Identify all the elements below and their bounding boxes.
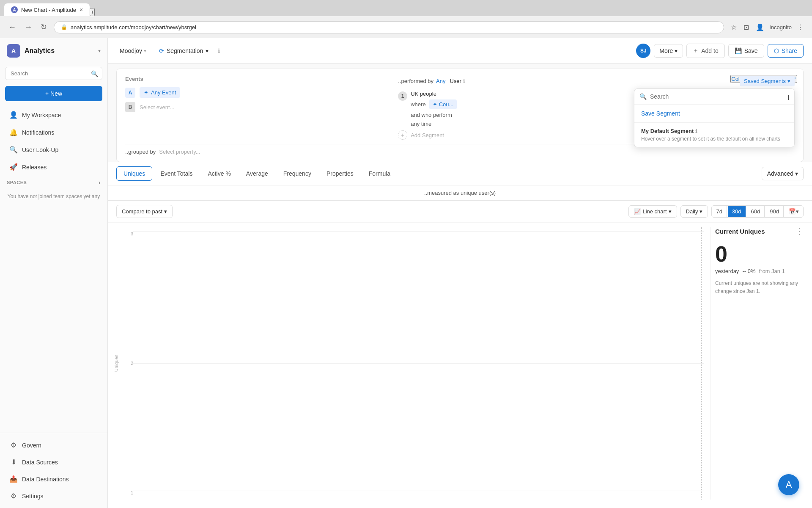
save-icon: 💾 (735, 47, 742, 54)
date-range: 7d 30d 60d 90d 📅▾ (711, 205, 804, 218)
bookmark-btn[interactable]: ☆ (729, 22, 738, 33)
more-btn[interactable]: More ▾ (654, 44, 683, 58)
save-segment-btn[interactable]: Save Segment (641, 110, 680, 117)
any-time-row: any time (411, 121, 457, 127)
tab-frequency[interactable]: Frequency (276, 166, 318, 181)
interval-btn[interactable]: Daily ▾ (680, 205, 708, 218)
sidebar-item-settings[interactable]: ⚙ Settings (3, 488, 105, 504)
share-btn[interactable]: ⬡ Share (768, 44, 804, 58)
stats-from: from Jan 1 (759, 268, 785, 274)
tab-formula-label: Formula (369, 170, 390, 177)
browser-chrome: A New Chart - Amplitude × + ← → ↻ 🔒 anal… (0, 0, 812, 38)
stats-title: Current Uniques (715, 228, 765, 235)
select-property-btn[interactable]: Select property... (159, 149, 200, 155)
segmentation-btn[interactable]: ⟳ Segmentation ▾ (155, 45, 213, 57)
segmentation-label: Segmentation (167, 47, 203, 54)
sidebar-item-data-sources[interactable]: ⬇ Data Sources (3, 454, 105, 470)
menu-btn[interactable]: ⋮ (795, 22, 805, 33)
chart-info-icon[interactable]: ℹ (218, 47, 220, 54)
new-button[interactable]: + New (5, 86, 102, 101)
event-letter-a: A (125, 88, 135, 98)
compare-chevron-icon: ▾ (164, 208, 167, 215)
spaces-expand-icon[interactable]: › (99, 179, 101, 186)
tab-close-btn[interactable]: × (80, 6, 83, 13)
date-60d-btn[interactable]: 60d (747, 206, 765, 217)
chart-inner: Uniques (133, 227, 704, 500)
any-link[interactable]: Any (436, 78, 445, 84)
address-bar[interactable]: 🔒 analytics.amplitude.com/moodjoy/chart/… (54, 21, 724, 33)
sidebar-item-notifications-label: Notifications (22, 129, 54, 136)
chart-definition-wrapper: Collapse chart definition ⤢ Events A ✦ A… (108, 64, 812, 162)
date-7d-btn[interactable]: 7d (712, 206, 727, 217)
line-chart-btn[interactable]: 📈 Line chart ▾ (628, 205, 677, 218)
chart-controls-right: 📈 Line chart ▾ Daily ▾ 7d 30d 60d 90d 📅▾ (628, 205, 804, 218)
releases-icon: 🚀 (9, 163, 18, 171)
sidebar-item-releases[interactable]: 🚀 Releases (3, 159, 105, 175)
project-breadcrumb[interactable]: Moodjoy ▾ (116, 46, 150, 56)
split-btn[interactable]: ⊡ (742, 22, 751, 33)
compare-btn[interactable]: Compare to past ▾ (116, 205, 173, 218)
nav-back-btn[interactable]: ← (7, 21, 18, 33)
saved-segments-btn[interactable]: Saved Segments ▾ (740, 76, 795, 86)
share-label: Share (782, 47, 797, 54)
tab-active-pct[interactable]: Active % (200, 166, 238, 181)
performed-by-label: ..performed by (398, 78, 433, 84)
data-sources-label: Data Sources (22, 459, 58, 466)
add-segment-label[interactable]: Add Segment (411, 132, 444, 138)
add-segment-plus-icon[interactable]: + (398, 130, 407, 140)
grid-line-2 (133, 363, 704, 364)
incognito-label: Incognito (769, 24, 792, 30)
avatar-btn[interactable]: SJ (636, 44, 650, 58)
profile-btn[interactable]: 👤 (754, 22, 766, 33)
nav-forward-btn[interactable]: → (23, 21, 34, 33)
sidebar-item-govern[interactable]: ⚙ Govern (3, 437, 105, 453)
nav-refresh-btn[interactable]: ↻ (39, 21, 49, 33)
tab-uniques-label: Uniques (123, 170, 145, 177)
uk-people-label: UK people (411, 91, 457, 97)
workspace-icon: 👤 (9, 111, 18, 119)
sidebar-title: Analytics (25, 47, 55, 55)
sidebar-item-workspace[interactable]: 👤 My Workspace (3, 107, 105, 123)
date-90d-btn[interactable]: 90d (765, 206, 784, 217)
y-axis-title: Uniques (114, 355, 119, 372)
count-btn[interactable]: ✦ Cou... (429, 99, 457, 109)
tab-properties[interactable]: Properties (319, 166, 361, 181)
tab-uniques[interactable]: Uniques (116, 166, 152, 181)
new-tab-btn[interactable]: + (90, 8, 95, 16)
more-label: More (659, 47, 673, 54)
tab-average[interactable]: Average (239, 166, 275, 181)
stats-menu-icon[interactable]: ⋮ (795, 227, 804, 235)
date-30d-btn[interactable]: 30d (728, 206, 746, 217)
sidebar-item-data-destinations[interactable]: 📤 Data Destinations (3, 471, 105, 487)
any-event-btn[interactable]: ✦ Any Event (140, 87, 180, 98)
sidebar-header[interactable]: A Analytics ▾ (0, 38, 107, 64)
count-icon: ✦ (433, 101, 437, 108)
sidebar-item-notifications[interactable]: 🔔 Notifications (3, 124, 105, 141)
nav-actions: ☆ ⊡ 👤 Incognito ⋮ (729, 22, 805, 33)
browser-tab-active[interactable]: A New Chart - Amplitude × (4, 3, 90, 16)
tab-formula[interactable]: Formula (362, 166, 398, 181)
line-chart-icon: 📈 (634, 208, 641, 215)
user-info-icon[interactable]: ℹ (463, 78, 465, 84)
stats-value: 0 (715, 242, 804, 266)
select-event-btn[interactable]: Select event... (140, 104, 174, 110)
measured-as: ..measured as unique user(s) (108, 185, 812, 201)
dropdown-search-row: 🔍 | (634, 89, 794, 105)
sidebar-search-area: 🔍 (0, 64, 107, 83)
tabs-bar: Uniques Event Totals Active % Average Fr… (108, 162, 812, 185)
add-to-btn[interactable]: ＋ Add to (686, 44, 724, 58)
search-input[interactable] (5, 67, 102, 80)
calendar-btn[interactable]: 📅▾ (785, 206, 803, 217)
tabs-right: Advanced ▾ (762, 167, 804, 180)
segmentation-icon: ⟳ (159, 47, 164, 54)
tab-favicon: A (11, 6, 18, 13)
stats-pct: -- 0% (742, 268, 755, 274)
stats-description: Current uniques are not showing any chan… (715, 279, 804, 295)
sidebar-item-user-lookup[interactable]: 🔍 User Look-Up (3, 141, 105, 158)
sidebar-item-workspace-label: My Workspace (22, 112, 61, 119)
fab-btn[interactable]: A (778, 474, 799, 495)
tab-event-totals[interactable]: Event Totals (153, 166, 200, 181)
save-btn[interactable]: 💾 Save (728, 44, 764, 58)
advanced-btn[interactable]: Advanced ▾ (762, 167, 804, 180)
dropdown-search-input[interactable] (650, 93, 784, 100)
